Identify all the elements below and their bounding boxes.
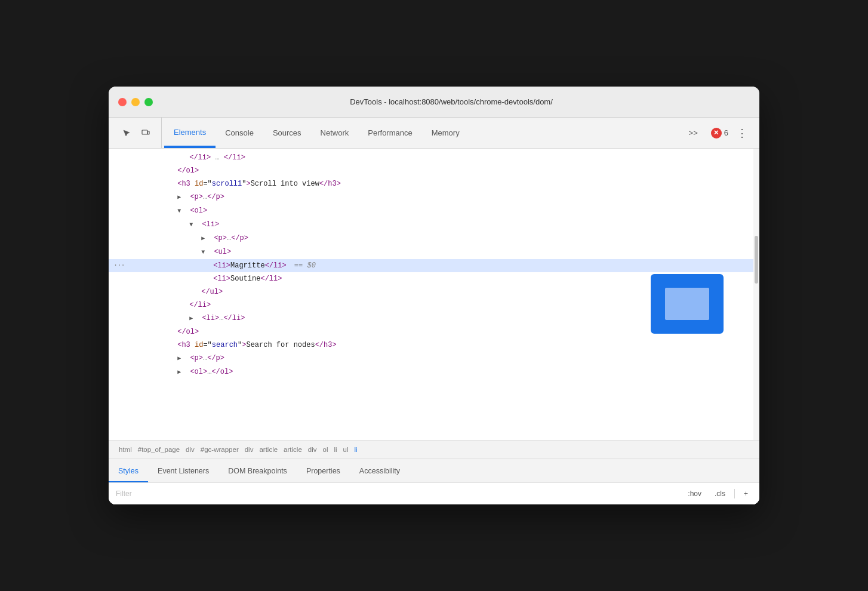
svg-rect-1: [147, 131, 149, 134]
dom-line[interactable]: ▼ <ul>: [109, 245, 759, 259]
tab-styles[interactable]: Styles: [109, 459, 148, 482]
filter-actions: :hov .cls +: [684, 488, 752, 500]
scrollbar[interactable]: [753, 149, 759, 440]
error-badge: ✕ 6: [711, 128, 728, 138]
maximize-button[interactable]: [144, 98, 153, 106]
triangle-collapse[interactable]: ▼: [189, 219, 198, 231]
ellipsis-btn[interactable]: ···: [113, 260, 125, 272]
breadcrumb-li1[interactable]: li: [331, 446, 340, 453]
filter-bar: :hov .cls +: [109, 483, 759, 504]
tab-performance[interactable]: Performance: [358, 118, 421, 148]
triangle-expand[interactable]: ▶: [177, 192, 186, 204]
tab-sources[interactable]: Sources: [263, 118, 311, 148]
dom-line[interactable]: <h3 id="search">Search for nodes</h3>: [109, 338, 759, 352]
device-toggle-icon[interactable]: [137, 125, 154, 141]
triangle-expand[interactable]: ▶: [177, 367, 186, 378]
inspect-icon[interactable]: [118, 125, 135, 141]
window-title: DevTools - localhost:8080/web/tools/chro…: [153, 97, 750, 106]
main-area: </li> … </li> </ol> <h3 id="scroll1">Scr…: [109, 149, 759, 504]
breadcrumb-article2[interactable]: article: [281, 446, 305, 453]
triangle-collapse[interactable]: ▼: [201, 247, 210, 258]
devtools-window: DevTools - localhost:8080/web/tools/chro…: [109, 87, 759, 504]
dom-line[interactable]: ▶ <p>…</p>: [109, 232, 759, 245]
triangle-expand[interactable]: ▶: [189, 313, 198, 325]
breadcrumb-ol[interactable]: ol: [320, 446, 331, 453]
breadcrumb-top-of-page[interactable]: #top_of_page: [135, 446, 183, 453]
filter-separator: [734, 489, 735, 498]
dom-line[interactable]: ▶ <p>…</p>: [109, 352, 759, 365]
dom-line[interactable]: </ol>: [109, 164, 759, 177]
tab-elements[interactable]: Elements: [164, 118, 216, 148]
tab-properties[interactable]: Properties: [297, 459, 350, 482]
element-preview-inner: [665, 288, 709, 320]
dom-line[interactable]: ▼ <ol>: [109, 204, 759, 218]
bottom-tabs: Styles Event Listeners DOM Breakpoints P…: [109, 459, 759, 483]
breadcrumb-div3[interactable]: div: [305, 446, 320, 453]
traffic-lights: [118, 98, 153, 106]
filter-input[interactable]: [116, 490, 679, 498]
hov-button[interactable]: :hov: [684, 488, 706, 500]
breadcrumb-html[interactable]: html: [116, 446, 135, 453]
tab-accessibility[interactable]: Accessibility: [350, 459, 410, 482]
tab-memory[interactable]: Memory: [422, 118, 469, 148]
element-preview-popup: [651, 274, 724, 334]
breadcrumb-div2[interactable]: div: [242, 446, 257, 453]
breadcrumb-div1[interactable]: div: [183, 446, 198, 453]
tab-dom-breakpoints[interactable]: DOM Breakpoints: [218, 459, 297, 482]
add-style-button[interactable]: +: [740, 488, 752, 500]
triangle-expand[interactable]: ▶: [201, 233, 210, 245]
error-count: 6: [724, 128, 728, 137]
minimize-button[interactable]: [131, 98, 140, 106]
selected-dom-line[interactable]: ··· <li>Magritte</li> == $0: [109, 259, 759, 272]
tab-network[interactable]: Network: [311, 118, 359, 148]
breadcrumb-bar: html #top_of_page div #gc-wrapper div ar…: [109, 440, 759, 459]
dom-line[interactable]: ▶ <ol>…</ol>: [109, 365, 759, 379]
toolbar-icons: [111, 118, 162, 148]
dom-line[interactable]: ▼ <li>: [109, 218, 759, 232]
tab-console[interactable]: Console: [216, 118, 263, 148]
close-button[interactable]: [118, 98, 127, 106]
svg-rect-0: [142, 130, 147, 134]
breadcrumb-gc-wrapper[interactable]: #gc-wrapper: [198, 446, 242, 453]
dom-line[interactable]: <h3 id="scroll1">Scroll into view</h3>: [109, 177, 759, 190]
breadcrumb-li2[interactable]: li: [352, 446, 361, 453]
dom-panel[interactable]: </li> … </li> </ol> <h3 id="scroll1">Scr…: [109, 149, 759, 440]
breadcrumb-ul[interactable]: ul: [340, 446, 352, 453]
dom-line[interactable]: </li> … </li>: [109, 151, 759, 164]
more-options-button[interactable]: ⋮: [732, 124, 752, 142]
triangle-collapse[interactable]: ▼: [177, 205, 186, 217]
more-tabs-button[interactable]: >>: [679, 128, 707, 137]
error-close-icon: ✕: [711, 128, 722, 138]
dom-line[interactable]: ▶ <p>…</p>: [109, 190, 759, 204]
toolbar: Elements Console Sources Network Perform…: [109, 118, 759, 149]
tab-event-listeners[interactable]: Event Listeners: [148, 459, 218, 482]
breadcrumb-article1[interactable]: article: [256, 446, 281, 453]
cls-button[interactable]: .cls: [710, 488, 730, 500]
toolbar-right: >> ✕ 6 ⋮: [679, 118, 757, 148]
titlebar: DevTools - localhost:8080/web/tools/chro…: [109, 87, 759, 118]
scrollbar-thumb[interactable]: [755, 236, 758, 284]
triangle-expand[interactable]: ▶: [177, 353, 186, 365]
